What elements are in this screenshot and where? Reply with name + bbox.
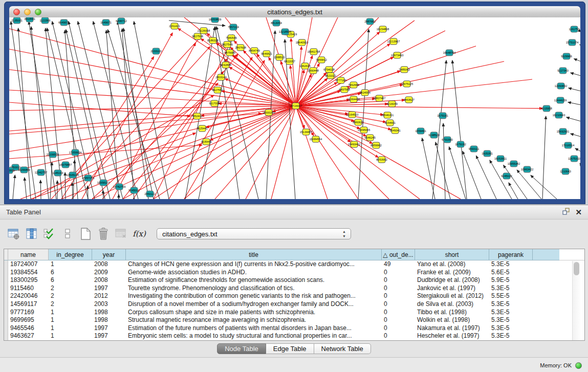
cell-short[interactable]: Nakamura et al. (1997) [415,324,489,333]
graph-node[interactable]: 10955342 [508,161,520,167]
graph-node[interactable]: 16053911 [494,156,507,162]
cell-title[interactable]: Changes of HCN gene expression and I(f) … [126,260,382,269]
graph-node[interactable]: 21364436 [347,96,360,102]
graph-node[interactable]: 8813054 [271,20,281,26]
graph-node[interactable]: 7625441 [197,125,207,132]
cell-short[interactable]: Dudbridge et al. (2008) [415,276,489,285]
cell-out_degree[interactable]: 0 [382,276,415,285]
table-row[interactable]: 1456911722003Disruption of a novel membe… [4,300,584,309]
graph-node[interactable]: 9154691 [384,120,395,126]
select-rows-icon[interactable] [43,227,56,240]
graph-node[interactable]: 1121566 [39,17,50,24]
graph-node[interactable]: 17016514 [562,142,574,148]
cell-out_degree[interactable]: 0 [382,316,415,324]
cell-short[interactable]: Hescheler et al. (1997) [415,332,489,340]
cell-year[interactable]: 1998 [92,309,126,317]
graph-node[interactable]: 7857224 [228,24,238,30]
graph-node[interactable]: 2867608 [235,45,246,51]
cell-name[interactable]: 19384554 [8,269,49,277]
tab-node-table[interactable]: Node Table [217,343,266,354]
cell-in_degree[interactable]: 2 [49,300,92,309]
graph-node[interactable]: 1679192 [455,141,466,147]
cell-short[interactable]: Franke et al. (2009) [415,269,489,277]
function-builder-icon[interactable]: f(x) [133,227,146,240]
graph-node[interactable]: 16546201 [381,112,394,118]
graph-node[interactable]: 17359934 [69,149,81,156]
cell-pagerank[interactable]: 5.3E-5 [489,285,533,293]
cell-in_degree[interactable]: 1 [49,332,92,340]
cell-in_degree[interactable]: 6 [49,269,92,277]
cell-out_degree[interactable]: 0 [382,285,415,293]
column-header-name[interactable]: name [8,249,49,260]
cell-in_degree[interactable]: 1 [49,324,92,333]
graph-node[interactable]: 1161753 [569,26,579,32]
cell-year[interactable]: 1997 [92,324,126,333]
graph-node[interactable]: 1659491 [415,128,426,134]
close-panel-icon[interactable]: ✕ [575,208,582,216]
graph-node[interactable]: 2450122 [144,191,155,197]
cell-name[interactable]: 14569117 [8,300,49,309]
row-height-icon[interactable] [61,227,74,240]
graph-node[interactable]: 2135001 [11,17,22,24]
graph-node[interactable]: 3913591 [24,17,35,22]
graph-node[interactable]: 16648784 [443,50,455,56]
cell-year[interactable]: 1998 [92,316,126,324]
graph-node[interactable]: 2887682 [364,18,375,25]
cell-name[interactable]: 9699695 [8,316,49,324]
cell-short[interactable]: Wolkin et al. (1998) [415,316,489,324]
cell-name[interactable]: 9463627 [8,332,49,340]
table-row[interactable]: 1872400712008Changes of HCN gene express… [4,260,584,269]
graph-node[interactable]: 9593111 [469,146,480,152]
new-file-icon[interactable] [79,227,92,240]
trash-icon[interactable] [97,227,110,240]
graph-node[interactable]: 12093832 [555,83,567,89]
cell-title[interactable]: Estimation of significance thresholds fo… [126,276,382,285]
cell-title[interactable]: Investigating the contribution of common… [126,292,382,300]
graph-node[interactable]: 6496712 [116,18,126,24]
cell-short[interactable]: Stergiakouli et al. (2012) [415,292,489,300]
graph-node[interactable]: 16975887 [59,162,72,168]
graph-node[interactable]: 20206576 [47,151,59,158]
cell-short[interactable]: de Silva et al. (2003) [415,300,489,309]
graph-node[interactable]: 8215958 [541,105,552,112]
graph-node[interactable]: 16961758 [308,49,320,55]
graph-node[interactable]: 9198520 [428,132,439,138]
graph-node[interactable]: 2261421 [169,23,180,29]
cell-out_degree[interactable]: 0 [382,309,415,317]
vertical-scrollbar[interactable] [572,261,580,340]
column-header-short[interactable]: short [415,249,489,260]
cell-out_degree[interactable]: 49 [382,260,415,269]
graph-node[interactable]: 1679191 [437,113,448,119]
cell-out_degree[interactable]: 0 [382,300,415,309]
table-row[interactable]: 911546021997Tourette syndrome. Phenomeno… [4,285,584,293]
graph-node[interactable]: 19384554 [310,136,322,142]
graph-node[interactable]: 7955812 [316,57,326,63]
graph-node[interactable]: 6822057 [284,58,295,64]
network-graph-svg[interactable]: 1872400722614212322605898275088186328758… [9,17,580,199]
graph-node[interactable]: 16053809 [209,17,221,23]
cell-in_degree[interactable]: 1 [49,260,92,269]
cell-title[interactable]: Genome-wide association studies in ADHD. [126,269,382,277]
graph-node[interactable]: 1210643 [560,168,571,174]
network-window-titlebar[interactable]: citations_edges.txt [9,6,580,18]
graph-node[interactable]: 7485063 [399,67,409,73]
cell-in_degree[interactable]: 2 [49,285,92,293]
graph-node[interactable]: 1649671 [100,19,111,26]
graph-node[interactable]: 18640910 [296,39,308,46]
graph-node[interactable]: 12975125 [401,81,413,87]
cell-pagerank[interactable]: 5.3E-5 [489,300,533,309]
cell-short[interactable]: Tibbo et al. (1998) [415,309,489,317]
column-header-in_degree[interactable]: in_degree [49,249,92,260]
table-select-dropdown[interactable]: citations_edges.txt ▲▼ [157,228,351,239]
cell-name[interactable]: 9465546 [8,324,49,333]
cell-year[interactable]: 2008 [92,260,126,269]
graph-node[interactable]: 2033100 [150,48,161,54]
cell-year[interactable]: 2003 [92,300,126,309]
column-header-title[interactable]: title [126,249,382,260]
cell-pagerank[interactable]: 5.3E-5 [489,260,533,269]
cell-pagerank[interactable]: 5.3E-5 [489,332,533,340]
cell-name[interactable]: 9777169 [8,309,49,317]
graph-node[interactable]: 15692931 [557,128,569,135]
graph-node[interactable]: 8454749 [249,48,259,54]
cell-pagerank[interactable]: 5.3E-5 [489,309,533,317]
